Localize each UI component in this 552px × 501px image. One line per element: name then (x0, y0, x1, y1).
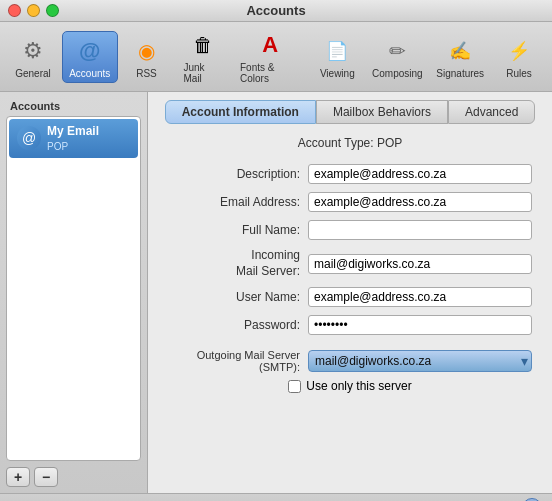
tab-account-information[interactable]: Account Information (165, 100, 316, 124)
add-account-button[interactable]: + (6, 467, 30, 487)
fullname-row: Full Name: (168, 220, 532, 240)
toolbar-general[interactable]: General (6, 32, 60, 82)
remove-account-button[interactable]: − (34, 467, 58, 487)
username-input[interactable] (308, 287, 532, 307)
accounts-list: @ My Email POP (6, 116, 141, 461)
sidebar-footer: + − (6, 461, 141, 487)
toolbar-junk-label: Junk Mail (184, 62, 223, 84)
account-avatar: @ (17, 126, 41, 150)
incoming-input[interactable] (308, 254, 532, 274)
username-label: User Name: (168, 290, 308, 304)
toolbar-signatures-label: Signatures (436, 68, 484, 79)
toolbar-rss-label: RSS (136, 68, 157, 79)
account-type-display: Account Type: POP (168, 136, 532, 150)
junk-icon (187, 29, 219, 61)
rss-icon (131, 35, 163, 67)
toolbar-signatures[interactable]: Signatures (430, 32, 490, 82)
main-content: Accounts @ My Email POP + − Account Info… (0, 92, 552, 493)
title-bar: Accounts (0, 0, 552, 22)
description-label: Description: (168, 167, 308, 181)
content-panel: Account Information Mailbox Behaviors Ad… (148, 92, 552, 493)
email-row: Email Address: (168, 192, 532, 212)
sidebar: Accounts @ My Email POP + − (0, 92, 148, 493)
accounts-icon (74, 35, 106, 67)
status-bar: ? (0, 493, 552, 501)
fullname-input[interactable] (308, 220, 532, 240)
sidebar-account-item[interactable]: @ My Email POP (9, 119, 138, 158)
toolbar-rules-label: Rules (506, 68, 532, 79)
description-row: Description: (168, 164, 532, 184)
incoming-row: IncomingMail Server: (168, 248, 532, 279)
toolbar-rss[interactable]: RSS (120, 32, 174, 82)
account-name: My Email (47, 124, 99, 140)
composing-icon (381, 35, 413, 67)
tab-advanced[interactable]: Advanced (448, 100, 535, 124)
description-input[interactable] (308, 164, 532, 184)
email-label: Email Address: (168, 195, 308, 209)
account-form: Account Type: POP Description: Email Add… (158, 136, 542, 393)
sidebar-title: Accounts (6, 98, 141, 116)
smtp-select[interactable]: mail@digiworks.co.za None (308, 350, 532, 372)
toolbar-accounts[interactable]: Accounts (62, 31, 118, 83)
password-input[interactable] (308, 315, 532, 335)
password-row: Password: (168, 315, 532, 335)
password-label: Password: (168, 318, 308, 332)
toolbar-fonts-colors[interactable]: Fonts & Colors (232, 26, 308, 87)
signatures-icon (444, 35, 476, 67)
maximize-button[interactable] (46, 4, 59, 17)
toolbar-rules[interactable]: Rules (492, 32, 546, 82)
fullname-label: Full Name: (168, 223, 308, 237)
tab-bar: Account Information Mailbox Behaviors Ad… (158, 100, 542, 124)
toolbar-fonts-label: Fonts & Colors (240, 62, 300, 84)
toolbar: General Accounts RSS Junk Mail Fonts & C… (0, 22, 552, 92)
tab-mailbox-behaviors[interactable]: Mailbox Behaviors (316, 100, 448, 124)
window-controls[interactable] (8, 4, 59, 17)
close-button[interactable] (8, 4, 21, 17)
incoming-label: IncomingMail Server: (168, 248, 308, 279)
toolbar-viewing-label: Viewing (320, 68, 355, 79)
window-title: Accounts (246, 3, 305, 18)
general-icon (17, 35, 49, 67)
toolbar-composing[interactable]: Composing (366, 32, 428, 82)
checkbox-row: Use only this server (168, 379, 532, 393)
toolbar-general-label: General (15, 68, 51, 79)
fonts-icon (254, 29, 286, 61)
viewing-icon (321, 35, 353, 67)
toolbar-accounts-label: Accounts (69, 68, 110, 79)
smtp-label: Outgoing Mail Server (SMTP): (168, 349, 308, 373)
help-button[interactable]: ? (522, 498, 542, 502)
account-info: My Email POP (47, 124, 99, 153)
toolbar-viewing[interactable]: Viewing (310, 32, 364, 82)
rules-icon (503, 35, 535, 67)
minimize-button[interactable] (27, 4, 40, 17)
username-row: User Name: (168, 287, 532, 307)
account-type: POP (47, 140, 99, 153)
email-input[interactable] (308, 192, 532, 212)
smtp-select-wrapper: mail@digiworks.co.za None ▾ (308, 350, 532, 372)
toolbar-composing-label: Composing (372, 68, 423, 79)
toolbar-junk-mail[interactable]: Junk Mail (176, 26, 231, 87)
smtp-row: Outgoing Mail Server (SMTP): mail@digiwo… (168, 349, 532, 373)
use-only-label[interactable]: Use only this server (306, 379, 411, 393)
use-only-this-server-checkbox[interactable] (288, 380, 301, 393)
